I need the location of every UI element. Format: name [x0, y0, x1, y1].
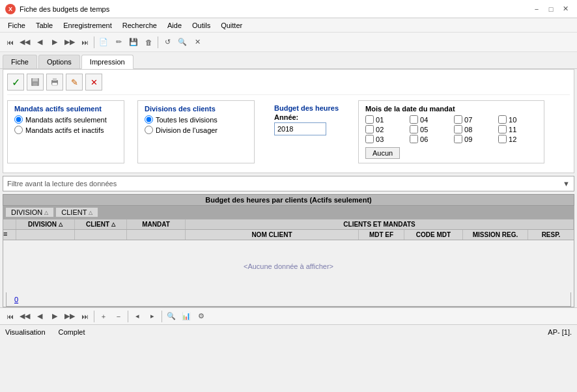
aucun-button[interactable]: Aucun: [365, 147, 400, 159]
menu-recherche[interactable]: Recherche: [117, 20, 162, 31]
btb-export[interactable]: 📊: [179, 309, 193, 324]
tab-impression[interactable]: Impression: [81, 55, 134, 69]
close-button[interactable]: ✕: [559, 3, 572, 15]
btb-sep-2: [128, 311, 128, 322]
month-09[interactable]: 09: [454, 135, 493, 143]
tb-edit[interactable]: ✏: [111, 35, 126, 49]
svg-rect-1: [33, 78, 38, 81]
table-body: <Aucune donnée à afficher>: [3, 240, 574, 292]
tb-prev-many[interactable]: ◀◀: [18, 35, 32, 49]
status-ap: AP- [1].: [548, 328, 572, 336]
bottom-toolbar: ⏮ ◀◀ ◀ ▶ ▶▶ ⏭ + − ◂ ▸ 🔍 📊 ⚙: [0, 307, 577, 324]
col-resp: RESP.: [528, 230, 574, 240]
month-11[interactable]: 11: [498, 125, 537, 133]
app-icon: X: [5, 4, 16, 14]
panel-cancel-btn[interactable]: ✕: [85, 74, 102, 91]
tb-refresh[interactable]: ↺: [160, 35, 175, 49]
mandats-group-label: Mandats actifs seulement: [14, 105, 117, 113]
tb-save[interactable]: 💾: [126, 35, 141, 49]
btb-plus[interactable]: +: [96, 309, 111, 324]
tb-next-many[interactable]: ▶▶: [63, 35, 77, 49]
budget-group: Budget des heures Année:: [268, 100, 345, 163]
months-grid: 01 04 07 10 02 05 08 11 03 06 09 12: [365, 115, 537, 143]
btb-prev-many[interactable]: ◀◀: [18, 309, 32, 324]
col-client-header: CLIENT △: [75, 219, 127, 229]
panel-print-btn[interactable]: [46, 74, 63, 91]
tb-last[interactable]: ⏭: [77, 35, 92, 49]
btb-sep-3: [162, 311, 162, 322]
tb-delete[interactable]: 🗑: [141, 35, 156, 49]
btb-nav2[interactable]: ▸: [145, 309, 160, 324]
panel-check-btn[interactable]: ✓: [7, 74, 24, 91]
btb-last[interactable]: ⏭: [77, 309, 92, 324]
month-07[interactable]: 07: [454, 115, 493, 124]
radio-mandats-inactifs[interactable]: Mandats actifs et inactifs: [14, 126, 117, 134]
panel-toolbar: ✓ ✎ ✕: [7, 74, 570, 95]
sort-tri-col-division: △: [59, 221, 63, 227]
panel-save-btn[interactable]: [27, 74, 44, 91]
btb-next-many[interactable]: ▶▶: [63, 309, 77, 324]
pagination-row: 0: [6, 292, 571, 307]
month-08[interactable]: 08: [454, 125, 493, 133]
btb-first[interactable]: ⏮: [3, 309, 17, 324]
panel-pen-btn[interactable]: ✎: [66, 74, 83, 91]
radio-toutes-divisions[interactable]: Toutes les divisions: [145, 115, 247, 124]
sort-tri-client: △: [89, 210, 92, 216]
tb-filter[interactable]: 🔍: [175, 35, 190, 49]
months-group: Mois de la date du mandat 01 04 07 10 02…: [358, 100, 544, 163]
btb-minus[interactable]: −: [111, 309, 126, 324]
radio-mandats-actifs[interactable]: Mandats actifs seulement: [14, 115, 117, 124]
menu-enregistrement[interactable]: Enregistrement: [58, 20, 117, 31]
btb-nav1[interactable]: ◂: [130, 309, 145, 324]
title-bar-title: Fiche des budgets de temps: [20, 5, 109, 13]
btb-filter[interactable]: 🔍: [164, 309, 178, 324]
month-01[interactable]: 01: [365, 115, 404, 124]
annee-input[interactable]: [274, 122, 326, 135]
maximize-button[interactable]: □: [544, 3, 557, 15]
month-03[interactable]: 03: [365, 135, 404, 143]
tb-sep-1: [94, 36, 94, 48]
tb-new[interactable]: 📄: [96, 35, 111, 49]
btb-settings[interactable]: ⚙: [194, 309, 208, 324]
month-05[interactable]: 05: [410, 125, 449, 133]
tab-bar: Fiche Options Impression: [0, 52, 577, 69]
title-bar-left: X Fiche des budgets de temps: [5, 4, 109, 14]
sub-mandat-cell: [127, 230, 186, 240]
status-complet: Complet: [59, 328, 85, 336]
section-title: Budget des heures par clients (Actifs se…: [3, 194, 574, 206]
month-10[interactable]: 10: [498, 115, 537, 124]
radio-division-usager[interactable]: Division de l'usager: [145, 126, 247, 134]
tb-close[interactable]: ✕: [190, 35, 204, 49]
btb-prev[interactable]: ◀: [33, 309, 47, 324]
svg-rect-2: [33, 83, 37, 86]
menu-aide[interactable]: Aide: [162, 20, 187, 31]
month-06[interactable]: 06: [410, 135, 449, 143]
col-mission-reg: MISSION REG.: [463, 230, 528, 240]
sort-tab-client[interactable]: CLIENT △: [55, 207, 98, 217]
svg-rect-4: [53, 78, 57, 81]
tab-fiche[interactable]: Fiche: [3, 55, 37, 68]
tab-options[interactable]: Options: [38, 55, 80, 68]
tb-prev[interactable]: ◀: [33, 35, 47, 49]
col-mandat-header: MANDAT: [127, 219, 186, 229]
status-visualisation: Visualisation: [5, 328, 46, 336]
menu-fiche[interactable]: Fiche: [3, 20, 31, 31]
menu-quitter[interactable]: Quitter: [216, 20, 247, 31]
menu-outils[interactable]: Outils: [187, 20, 216, 31]
page-number[interactable]: 0: [9, 296, 23, 303]
tb-first[interactable]: ⏮: [3, 35, 17, 49]
annee-label: Année:: [274, 113, 339, 121]
sort-tri-col-client: △: [111, 221, 115, 227]
budget-group-label: Budget des heures: [274, 104, 339, 112]
filter-arrow-icon[interactable]: ▼: [563, 180, 570, 188]
sort-tab-division[interactable]: DIVISION △: [5, 207, 54, 217]
month-12[interactable]: 12: [498, 135, 537, 143]
month-02[interactable]: 02: [365, 125, 404, 133]
col-code-mdt: CODE MDT: [404, 230, 463, 240]
menu-table[interactable]: Table: [31, 20, 58, 31]
btb-next[interactable]: ▶: [48, 309, 62, 324]
tb-next[interactable]: ▶: [48, 35, 62, 49]
month-04[interactable]: 04: [410, 115, 449, 124]
row-icon-placeholder: [3, 219, 16, 229]
minimize-button[interactable]: −: [530, 3, 543, 15]
